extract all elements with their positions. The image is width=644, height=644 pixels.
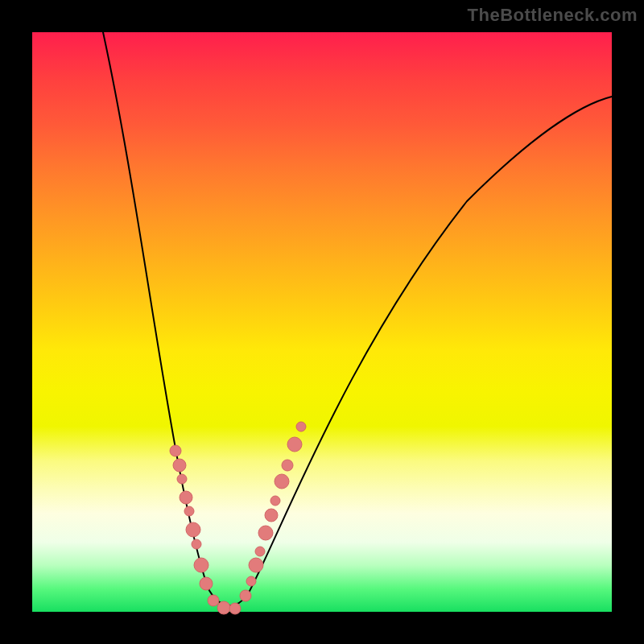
dots-left-group — [170, 445, 213, 590]
dot-left-7 — [194, 558, 208, 572]
bottleneck-curve — [103, 32, 612, 605]
dot-right-9 — [287, 437, 302, 452]
dot-bottom-1 — [217, 601, 230, 614]
curve-layer — [32, 32, 612, 612]
dot-right-0 — [240, 590, 251, 601]
dot-left-2 — [177, 474, 187, 484]
dot-right-1 — [246, 576, 256, 586]
dot-left-8 — [200, 577, 213, 590]
dot-right-5 — [265, 509, 278, 522]
dot-right-6 — [270, 496, 280, 506]
dots-right-group — [240, 422, 306, 601]
dot-right-7 — [275, 474, 289, 489]
dot-right-3 — [255, 547, 265, 556]
dot-left-5 — [186, 522, 200, 537]
dot-right-8 — [282, 460, 293, 471]
dot-right-4 — [258, 526, 273, 540]
dot-left-4 — [184, 506, 194, 516]
dot-bottom-2 — [229, 603, 241, 614]
dot-left-1 — [173, 459, 186, 472]
dot-left-3 — [180, 491, 192, 504]
dot-right-2 — [249, 558, 263, 572]
dots-bottom-group — [208, 595, 241, 614]
watermark-label: TheBottleneck.com — [468, 5, 638, 26]
plot-area — [32, 32, 612, 612]
chart-frame: TheBottleneck.com — [0, 0, 644, 644]
dot-left-0 — [170, 445, 181, 456]
dot-bottom-0 — [208, 595, 219, 606]
dot-right-10 — [296, 422, 306, 431]
dot-left-6 — [192, 539, 201, 549]
